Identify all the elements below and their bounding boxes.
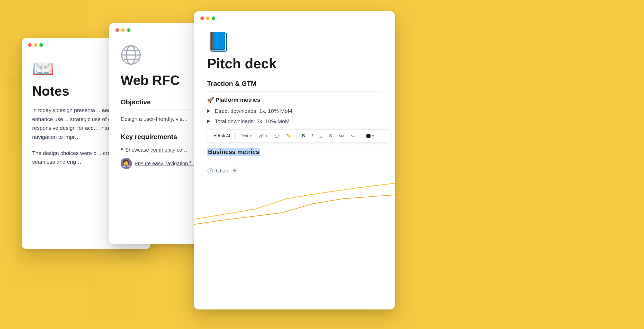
pitch-download-text-2: Total downloads: 2k, 10% MoM: [215, 118, 290, 124]
italic-button[interactable]: I: [309, 132, 315, 140]
notes-minimize-button[interactable]: [34, 43, 37, 47]
notes-maximize-button[interactable]: [39, 43, 43, 47]
toolbar-divider-3: [361, 133, 361, 139]
link-chevron-icon: ▼: [265, 134, 268, 138]
rfc-maximize-button[interactable]: [127, 28, 130, 32]
business-metrics-row: Business metrics: [207, 148, 382, 162]
rfc-minimize-button[interactable]: [121, 28, 125, 32]
comment-icon: 💬: [274, 133, 280, 138]
text-style-dropdown[interactable]: Text ▼: [238, 132, 255, 140]
pitch-toolbar: ✦ Ask AI Text ▼ 🔗 ▼ 💬 ✏️ B I: [207, 130, 391, 142]
chart-header: 🕐 Chart +: [207, 167, 382, 174]
pitch-titlebar: [194, 11, 395, 25]
rfc-item2-text: Ensure easy navigation f…: [135, 160, 196, 167]
text-chevron-icon: ▼: [249, 134, 252, 138]
chart-label: Chart: [216, 168, 229, 174]
notes-close-button[interactable]: [28, 43, 32, 47]
code-button[interactable]: </>: [336, 132, 347, 140]
window-pitch: 📘 Pitch deck Traction & GTM 🚀 Platform m…: [194, 11, 395, 309]
rfc-item1-link[interactable]: community: [150, 147, 175, 153]
pitch-download-text-1: Direct downloads: 1k, 10% MoM: [215, 108, 292, 114]
rfc-bullet-1: [121, 148, 123, 150]
pitch-download-item-2: Total downloads: 2k, 10% MoM: [207, 118, 382, 124]
link-button[interactable]: 🔗 ▼: [256, 132, 270, 140]
rfc-close-button[interactable]: [115, 28, 119, 32]
strikethrough-label: S: [329, 134, 332, 138]
pitch-title: Pitch deck: [207, 56, 382, 71]
chart-add-button[interactable]: +: [231, 167, 238, 174]
pitch-download-item-1: Direct downloads: 1k, 10% MoM: [207, 108, 382, 114]
pitch-content: 📘 Pitch deck Traction & GTM 🚀 Platform m…: [194, 25, 395, 237]
text-style-label: Text: [241, 134, 248, 138]
color-dot: [366, 134, 371, 138]
edit-button[interactable]: ✏️: [284, 132, 294, 140]
arrow-icon-2: [207, 120, 210, 123]
color-chevron-icon: ▼: [372, 134, 374, 138]
color-button[interactable]: ▼: [363, 132, 377, 140]
pitch-section-heading: Traction & GTM: [207, 80, 382, 92]
pitch-book-icon: 📘: [207, 32, 382, 51]
rfc-item1-suffix: co…: [175, 147, 187, 153]
code-label: </>: [338, 134, 344, 138]
business-metrics-label: Business metrics: [207, 148, 260, 156]
avatar: 🧑‍🎨: [121, 158, 132, 169]
ask-ai-button[interactable]: ✦ Ask AI: [211, 132, 233, 140]
globe-icon: [121, 45, 141, 65]
link-icon: 🔗: [259, 133, 264, 138]
bold-button[interactable]: B: [299, 132, 308, 140]
toolbar-divider-1: [235, 133, 236, 139]
italic-label: I: [312, 134, 313, 138]
strikethrough-button[interactable]: S: [327, 132, 335, 140]
underline-button[interactable]: U: [317, 132, 325, 140]
plus-icon: +: [233, 168, 236, 173]
pitch-close-button[interactable]: [200, 16, 204, 20]
toolbar-divider-2: [297, 133, 297, 139]
edit-icon: ✏️: [286, 133, 291, 138]
underline-label: U: [319, 134, 323, 138]
pitch-platform-metrics: 🚀 Platform metrics: [207, 97, 382, 103]
arrow-icon-1: [207, 109, 210, 113]
comment-button[interactable]: 💬: [272, 132, 282, 140]
more-button[interactable]: ...: [379, 132, 387, 140]
more-icon: ...: [381, 134, 384, 138]
chart-svg: [194, 178, 395, 230]
pitch-maximize-button[interactable]: [212, 16, 215, 20]
bold-label: B: [302, 134, 305, 138]
math-button[interactable]: √x: [349, 132, 358, 140]
rfc-item1-prefix: Showcase: [125, 147, 150, 153]
pitch-minimize-button[interactable]: [206, 16, 210, 20]
rfc-item1-text: Showcase community co…: [125, 146, 187, 154]
rfc-item2-underlined: Ensure easy navigation f…: [135, 160, 196, 167]
math-label: √x: [351, 134, 356, 138]
chart-area: [194, 178, 395, 230]
clock-icon: 🕐: [207, 168, 213, 174]
